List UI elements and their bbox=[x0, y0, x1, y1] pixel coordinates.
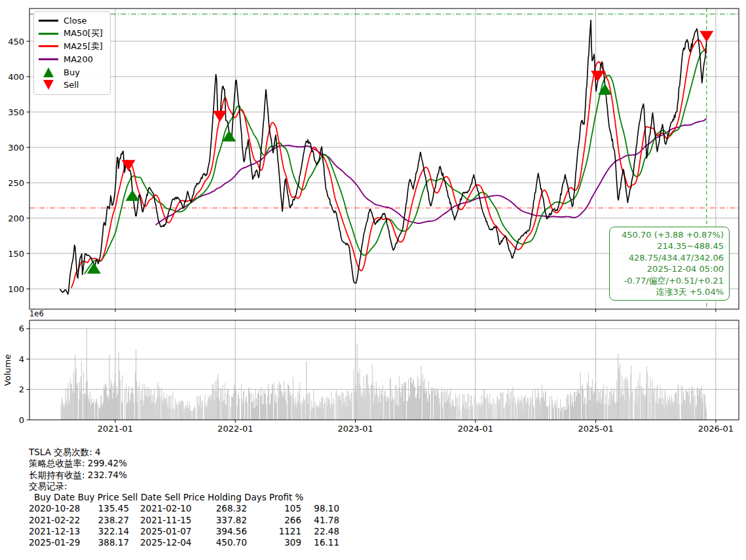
volume-bar bbox=[435, 395, 436, 420]
volume-bar bbox=[262, 404, 263, 420]
volume-bar bbox=[122, 375, 122, 420]
volume-bar bbox=[247, 403, 248, 420]
volume-bar bbox=[507, 394, 508, 420]
volume-bar bbox=[367, 375, 368, 420]
volume-bar bbox=[82, 394, 83, 420]
volume-bar bbox=[512, 401, 513, 420]
price-tick-label: 150 bbox=[8, 249, 24, 259]
volume-bar bbox=[114, 382, 115, 420]
volume-bar bbox=[627, 388, 627, 420]
volume-bar bbox=[577, 389, 578, 420]
volume-bar bbox=[206, 404, 207, 420]
volume-bar bbox=[295, 396, 296, 420]
volume-bar bbox=[696, 405, 697, 420]
volume-bar bbox=[113, 385, 113, 420]
volume-bar bbox=[207, 407, 208, 420]
volume-bar bbox=[339, 397, 339, 420]
volume-bar bbox=[454, 407, 455, 420]
volume-bar bbox=[105, 384, 105, 420]
volume-bar bbox=[593, 391, 594, 420]
volume-bar bbox=[667, 407, 667, 420]
volume-bar bbox=[235, 388, 236, 420]
volume-bar bbox=[530, 401, 531, 420]
volume-bar bbox=[140, 400, 141, 420]
volume-bar bbox=[518, 397, 519, 420]
volume-bar bbox=[701, 386, 702, 420]
volume-bar bbox=[483, 390, 484, 420]
volume-bar bbox=[512, 390, 512, 420]
volume-bar bbox=[472, 405, 473, 420]
volume-bar bbox=[486, 398, 487, 420]
volume-bar bbox=[623, 396, 624, 420]
volume-bar bbox=[280, 384, 281, 420]
volume-bar bbox=[592, 379, 593, 420]
volume-bar bbox=[504, 407, 505, 420]
volume-bar bbox=[278, 384, 278, 420]
volume-bar bbox=[286, 390, 286, 420]
volume-bar bbox=[622, 375, 622, 420]
volume-bar bbox=[93, 403, 94, 420]
volume-bar bbox=[198, 404, 199, 420]
volume-bar bbox=[521, 400, 521, 420]
volume-bar bbox=[354, 391, 355, 420]
volume-bar bbox=[255, 407, 255, 420]
volume-bar bbox=[641, 386, 642, 420]
volume-bar bbox=[462, 394, 463, 420]
volume-bar bbox=[220, 388, 221, 420]
volume-bar bbox=[172, 409, 173, 420]
trade-cell: 394.56 bbox=[195, 526, 247, 537]
volume-bar bbox=[242, 399, 242, 420]
volume-bar bbox=[616, 381, 617, 420]
volume-bar bbox=[561, 408, 562, 420]
volume-bar bbox=[336, 391, 337, 420]
volume-bar bbox=[595, 383, 595, 420]
volume-bar bbox=[698, 388, 698, 420]
volume-bar bbox=[242, 404, 243, 420]
volume-bar bbox=[452, 401, 453, 420]
volume-bar bbox=[621, 390, 622, 420]
volume-bar bbox=[253, 394, 253, 420]
volume-bar bbox=[533, 405, 534, 420]
volume-bar bbox=[439, 398, 439, 420]
volume-bar bbox=[153, 394, 154, 420]
volume-bar bbox=[208, 400, 208, 420]
volume-bar bbox=[364, 376, 364, 420]
volume-bar bbox=[272, 384, 272, 420]
volume-bar bbox=[184, 412, 185, 420]
volume-bar bbox=[480, 403, 481, 420]
volume-bar bbox=[92, 402, 93, 420]
volume-bar bbox=[349, 395, 350, 420]
volume-bar bbox=[382, 394, 382, 420]
volume-bar bbox=[578, 393, 579, 420]
volume-bar bbox=[438, 393, 439, 420]
volume-bar bbox=[587, 385, 588, 420]
volume-bar bbox=[555, 403, 556, 420]
volume-bar bbox=[556, 407, 557, 420]
volume-bar bbox=[582, 384, 583, 420]
volume-bar bbox=[367, 373, 367, 420]
volume-bar bbox=[547, 406, 548, 420]
volume-bar bbox=[95, 403, 96, 420]
trade-cell: 2025-01-07 bbox=[140, 526, 195, 537]
volume-bar bbox=[624, 400, 625, 420]
volume-bar bbox=[290, 392, 291, 420]
volume-bar bbox=[487, 394, 488, 420]
legend-label: MA25[卖] bbox=[64, 41, 103, 52]
volume-bar bbox=[436, 388, 436, 420]
volume-bar bbox=[159, 396, 159, 420]
volume-bar bbox=[400, 392, 401, 420]
volume-bar bbox=[94, 399, 94, 420]
volume-bar bbox=[104, 388, 105, 420]
volume-bar bbox=[231, 397, 232, 420]
volume-bar bbox=[399, 377, 400, 420]
volume-bar bbox=[345, 402, 345, 420]
volume-bar bbox=[705, 394, 705, 420]
buy-marker bbox=[126, 190, 140, 201]
volume-bar bbox=[157, 397, 157, 420]
volume-bar bbox=[553, 405, 554, 420]
volume-spike-bar bbox=[119, 352, 119, 420]
volume-bar bbox=[670, 400, 671, 420]
volume-bar bbox=[176, 403, 177, 420]
volume-bar bbox=[561, 411, 561, 420]
volume-bar bbox=[64, 403, 64, 420]
